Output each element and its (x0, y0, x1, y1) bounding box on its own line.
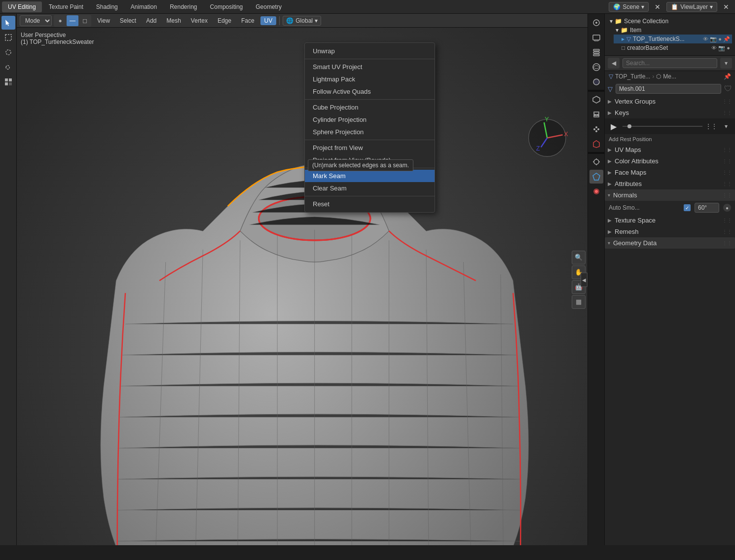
physics-props-btn[interactable] (589, 137, 603, 151)
tab-rendering[interactable]: Rendering (164, 1, 203, 12)
vertex-mode-btn[interactable]: ● (54, 15, 66, 26)
uv-menu-reset[interactable]: Reset (305, 198, 435, 210)
mesh-data-icon: ▽ (608, 85, 613, 93)
viewport-3d[interactable]: Mode ● — ◻ View Select Add Mesh Vertex E… (17, 14, 588, 545)
collection-icon: 📁 (615, 18, 622, 25)
camera-icon[interactable]: 📷 (710, 36, 717, 42)
timeline-expand-btn[interactable]: ▾ (720, 121, 732, 132)
texture-space-section[interactable]: ▶ Texture Space ⋮⋮ (605, 215, 735, 226)
base-render-icon[interactable]: ● (727, 45, 730, 51)
collection-item-group[interactable]: ▾ 📁 Item (614, 26, 732, 35)
tab-shading[interactable]: Shading (90, 1, 124, 12)
constraints-props-btn[interactable] (589, 155, 603, 169)
magnify-btn[interactable]: 🔍 (572, 251, 586, 264)
base-eye-icon[interactable]: 👁 (711, 45, 717, 51)
pin-btn[interactable]: 📌 (724, 73, 731, 80)
geometry-data-section[interactable]: ▾ Geometry Data ⋮⋮ (605, 237, 735, 249)
tab-uv-editing[interactable]: UV Editing (2, 1, 42, 12)
output-props-btn[interactable] (589, 31, 603, 44)
top-right-area: 🌍 Scene ▾ ✕ 📋 ViewLayer ▾ ✕ (609, 2, 733, 12)
auto-smooth-checkbox[interactable]: ✓ (684, 204, 691, 211)
select-more-btn[interactable] (1, 75, 15, 89)
uv-menu-project-view[interactable]: Project from View (305, 142, 435, 154)
uv-menu-cube[interactable]: Cube Projection (305, 101, 435, 113)
render-props-btn[interactable] (589, 16, 603, 30)
box-select-btn[interactable] (1, 31, 15, 44)
uv-menu-clear-seam[interactable]: Clear Seam (305, 182, 435, 194)
n-panel-search-input[interactable] (623, 58, 717, 68)
circle-select-btn[interactable] (1, 45, 15, 59)
shape-keys-section[interactable]: ▶ Keys ⋮⋮ (605, 107, 735, 118)
edge-menu-btn[interactable]: Edge (214, 16, 235, 25)
base-camera-icon[interactable]: 📷 (718, 45, 725, 51)
vertex-groups-section[interactable]: ▶ Vertex Groups ⋮⋮ (605, 96, 735, 107)
uv-menu-mark-seam[interactable]: Mark Seam (305, 170, 435, 182)
auto-smooth-angle-input[interactable] (695, 203, 719, 213)
collection-fold-icon: ▾ (610, 18, 613, 25)
grid-btn[interactable]: ▦ (572, 295, 586, 309)
tab-animation[interactable]: Animation (125, 1, 163, 12)
face-mode-btn[interactable]: ◻ (79, 15, 91, 26)
edge-mode-btn[interactable]: — (67, 15, 78, 26)
play-btn[interactable]: ▶ (608, 120, 620, 132)
uv-menu-cylinder[interactable]: Cylinder Projection (305, 113, 435, 126)
shape-keys-grid-icon: ⋮⋮ (722, 110, 732, 115)
view-layer-close-btn[interactable]: ✕ (719, 2, 733, 12)
svg-rect-2 (5, 78, 8, 81)
transform-orientation[interactable]: 🌐 Global ▾ (283, 16, 321, 26)
world-props-btn[interactable] (589, 75, 603, 89)
scene-props-btn[interactable] (589, 60, 603, 74)
tab-compositing[interactable]: Compositing (204, 1, 249, 12)
face-menu-btn[interactable]: Face (237, 16, 258, 25)
orientation-expand: ▾ (315, 17, 318, 24)
scene-close-btn[interactable]: ✕ (651, 2, 664, 12)
mesh-name-input[interactable] (616, 84, 721, 94)
uv-menu-btn[interactable]: UV (260, 16, 277, 25)
scene-selector[interactable]: 🌍 Scene ▾ (609, 2, 649, 12)
render-dot-icon[interactable]: ● (718, 36, 722, 42)
collection-object-base[interactable]: □ creatorBaseSet 👁 📷 ● (614, 43, 732, 52)
timeline-options-btn[interactable]: ⋮⋮ (705, 121, 717, 132)
mesh-name-row: ▽ 🛡 (605, 82, 735, 96)
uv-maps-section[interactable]: ▶ UV Maps ⋮⋮ (605, 144, 735, 155)
n-panel-collapse-btn[interactable]: ◀ (581, 272, 588, 287)
view-menu-btn[interactable]: View (93, 16, 114, 25)
collection-object-turtleneck[interactable]: ▸ ▽ TOP_TurtleneckS... 👁 📷 ● 📌 (614, 35, 732, 43)
svg-point-25 (595, 126, 597, 128)
view-layer-selector[interactable]: 📋 ViewLayer ▾ (666, 2, 717, 12)
select-tool-btn[interactable] (1, 16, 15, 30)
svg-point-34 (595, 190, 598, 193)
uv-menu-lightmap[interactable]: Lightmap Pack (305, 73, 435, 85)
mesh-menu-btn[interactable]: Mesh (163, 16, 185, 25)
attributes-grid-icon: ⋮⋮ (722, 181, 732, 187)
select-menu-btn[interactable]: Select (116, 16, 140, 25)
tab-geometry[interactable]: Geometry (250, 1, 288, 12)
object-data-props-btn[interactable] (589, 170, 603, 184)
uv-menu-sphere[interactable]: Sphere Projection (305, 126, 435, 138)
material-props-btn[interactable] (589, 185, 603, 198)
add-menu-btn[interactable]: Add (142, 16, 160, 25)
mode-dropdown[interactable]: Mode (20, 15, 52, 26)
vertex-menu-btn[interactable]: Vertex (187, 16, 212, 25)
color-attributes-section[interactable]: ▶ Color Attributes ⋮⋮ (605, 155, 735, 167)
n-panel-back-btn[interactable]: ◀ (608, 58, 620, 69)
object-props-btn[interactable] (589, 93, 603, 107)
pin-icon[interactable]: 📌 (723, 36, 730, 42)
uv-dropdown-menu: Unwrap Smart UV Project Lightmap Pack Fo… (304, 42, 435, 213)
normals-section[interactable]: ▾ Normals ⋮⋮ (605, 189, 735, 201)
n-panel-expand-btn[interactable]: ▾ (720, 58, 732, 69)
eye-icon[interactable]: 👁 (703, 36, 708, 42)
lasso-select-btn[interactable] (1, 60, 15, 74)
uv-menu-follow-active[interactable]: Follow Active Quads (305, 85, 435, 98)
uv-menu-smart-uv[interactable]: Smart UV Project (305, 61, 435, 73)
view-layer-props-btn[interactable] (589, 45, 603, 59)
uv-menu-unwrap[interactable]: Unwrap (305, 45, 435, 57)
auto-smooth-options-btn[interactable]: ● (723, 204, 731, 212)
particles-props-btn[interactable] (589, 122, 603, 136)
remesh-section[interactable]: ▶ Remesh ⋮⋮ (605, 226, 735, 237)
tab-texture-paint[interactable]: Texture Paint (43, 1, 89, 12)
modifier-props-btn[interactable] (589, 108, 603, 121)
attributes-section[interactable]: ▶ Attributes ⋮⋮ (605, 178, 735, 189)
properties-main-panel: ◀ ▾ ▽ TOP_Turtle... › ⬡ Me... 📌 ▽ (605, 55, 735, 249)
face-maps-section[interactable]: ▶ Face Maps ⋮⋮ (605, 167, 735, 178)
